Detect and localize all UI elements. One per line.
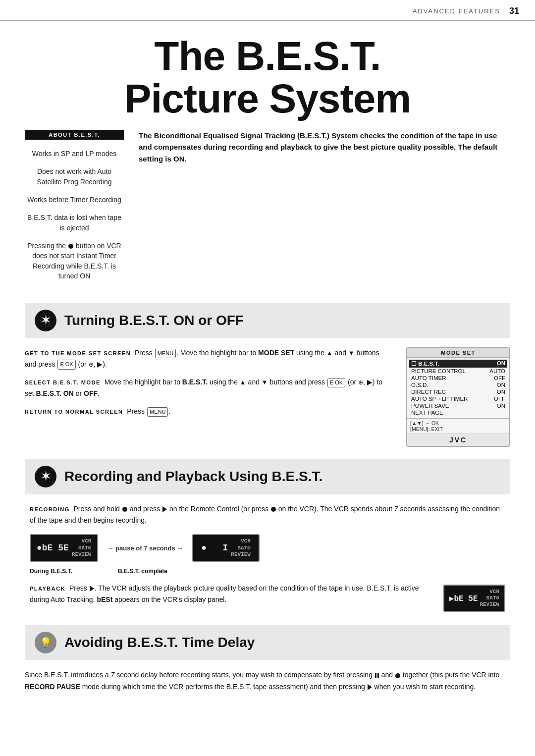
- mode-set-label: AUTO TIMER: [411, 375, 446, 381]
- sidebar-items: Works in SP and LP modes Does not work w…: [25, 149, 124, 281]
- mode-set-footer: [▲▼] → OK [MENU]: EXIT: [407, 418, 509, 433]
- recording-section: ✶ Recording and Playback Using B.E.S.T. …: [25, 459, 510, 612]
- sidebar-item: Does not work with Auto Satellite Prog R…: [25, 166, 124, 187]
- mode-set-rows: ☐ B.E.S.T. ON PICTURE CONTROL AUTO AUTO …: [407, 358, 509, 418]
- turning-content: GET TO THE MODE SET SCREEN Press MENU. M…: [25, 347, 510, 447]
- mode-set-row: O.S.D. ON: [411, 381, 505, 388]
- label-complete: B.E.S.T. complete: [118, 568, 167, 575]
- mode-set-row: AUTO SP→LP TIMER OFF: [411, 395, 505, 402]
- page-title: The B.E.S.T. Picture System: [30, 35, 505, 120]
- mode-set-label: O.S.D.: [411, 382, 428, 388]
- recording-label: RECORDING: [30, 506, 70, 512]
- play-icon2: [90, 586, 94, 592]
- playback-label: PLAYBACK: [30, 586, 65, 592]
- vcr-tags-complete: VCR SAT⊘ REVIEW: [231, 538, 251, 558]
- ok-button2: E OK: [327, 378, 345, 388]
- recording-body: RECORDING Press and hold and press on th…: [25, 503, 510, 612]
- down-arrow-icon: ▼: [348, 348, 355, 359]
- turning-title: Turning B.E.S.T. ON or OFF: [64, 313, 244, 328]
- pause-arrow-text: → pause of 7 seconds →: [107, 544, 183, 552]
- step3: RETURN TO NORMAL SCREEN Press MENU.: [25, 406, 391, 417]
- about-description: The Biconditional Equalised Signal Track…: [139, 130, 510, 289]
- playback-tags: VCR SAT⊘ REVIEW: [480, 589, 499, 608]
- step2: SELECT B.E.S.T. MODE Move the highlight …: [25, 377, 391, 399]
- label-during: During B.E.S.T.: [30, 568, 84, 575]
- mode-set-value: OFF: [494, 375, 505, 381]
- mode-set-label: POWER SAVE: [411, 403, 449, 409]
- sidebar-item: B.E.S.T. data is lost when tape is eject…: [25, 213, 124, 233]
- turning-icon: ✶: [35, 310, 56, 331]
- mode-set-row-best: ☐ B.E.S.T. ON: [409, 360, 507, 368]
- step3-text: Press MENU.: [127, 407, 170, 415]
- recording-section-header: ✶ Recording and Playback Using B.E.S.T.: [25, 459, 510, 494]
- playback-text: PLAYBACK Press . The VCR adjusts the pla…: [30, 583, 433, 605]
- step1-label: GET TO THE MODE SET SCREEN: [25, 350, 131, 356]
- record-dot-icon2: [271, 507, 276, 512]
- page-number: 31: [509, 6, 519, 16]
- avoiding-section: 💡 Avoiding B.E.S.T. Time Delay Since B.E…: [25, 625, 510, 693]
- mode-set-value: AUTO: [489, 368, 505, 374]
- playback-section: PLAYBACK Press . The VCR adjusts the pla…: [30, 583, 505, 612]
- page-title-block: The B.E.S.T. Picture System: [0, 21, 535, 130]
- avoiding-section-header: 💡 Avoiding B.E.S.T. Time Delay: [25, 625, 510, 660]
- sidebar-item: Pressing the button on VCR does not star…: [25, 241, 124, 281]
- menu-button: MENU: [155, 349, 176, 359]
- sidebar-item: Works in SP and LP modes: [25, 149, 124, 159]
- turning-section-header: ✶ Turning B.E.S.T. ON or OFF: [25, 303, 510, 338]
- avoiding-text: Since B.E.S.T. introduces a 7 second del…: [25, 669, 510, 693]
- record-dot-icon3: [395, 673, 400, 678]
- mode-set-value: OFF: [494, 396, 505, 402]
- mode-set-value: ON: [497, 382, 505, 388]
- play-icon: ▶: [97, 360, 103, 368]
- vcr-tags-during: VCR SAT⊘ REVIEW: [72, 538, 92, 558]
- step3-label: RETURN TO NORMAL SCREEN: [25, 409, 123, 415]
- page-content: ABOUT B.E.S.T. Works in SP and LP modes …: [0, 130, 535, 693]
- mode-set-value: ON: [497, 389, 505, 395]
- about-badge: ABOUT B.E.S.T.: [25, 130, 124, 140]
- section-label: ADVANCED FEATURES: [413, 7, 500, 15]
- mode-set-row: POWER SAVE ON: [411, 402, 505, 409]
- lightbulb-icon: 💡: [35, 632, 56, 653]
- about-sidebar: ABOUT B.E.S.T. Works in SP and LP modes …: [25, 130, 124, 289]
- avoiding-title: Avoiding B.E.S.T. Time Delay: [64, 635, 255, 650]
- mode-set-label: AUTO SP→LP TIMER: [411, 396, 468, 402]
- vcr-display-during: ●bE 5E VCR SAT⊘ REVIEW: [30, 534, 98, 562]
- menu-button2: MENU: [147, 407, 168, 417]
- record-dot-icon: [122, 507, 127, 512]
- mode-set-row: AUTO TIMER OFF: [411, 375, 505, 381]
- mode-set-row: DIRECT REC ON: [411, 388, 505, 395]
- pause-icon: [375, 673, 379, 678]
- mode-set-value: ON: [497, 360, 505, 367]
- up-arrow-icon: ▲: [326, 348, 333, 359]
- display-labels: During B.E.S.T. B.E.S.T. complete: [30, 568, 505, 575]
- mode-set-value: ON: [497, 403, 505, 409]
- mode-set-screen: MODE SET ☐ B.E.S.T. ON PICTURE CONTROL A…: [406, 347, 510, 447]
- page-header: ADVANCED FEATURES 31: [0, 0, 535, 21]
- mode-set-label: DIRECT REC: [411, 389, 446, 395]
- play-icon3: [368, 684, 372, 690]
- mode-set-label: NEXT PAGE: [411, 410, 443, 416]
- about-section: ABOUT B.E.S.T. Works in SP and LP modes …: [25, 130, 510, 289]
- step2-label: SELECT B.E.S.T. MODE: [25, 379, 101, 385]
- playback-display: ▶bE 5E VCR SAT⊘ REVIEW: [443, 585, 505, 612]
- sidebar-item: Works before Timer Recording: [25, 195, 124, 205]
- mode-set-label: ☐ B.E.S.T.: [411, 360, 439, 367]
- mode-set-title: MODE SET: [407, 348, 509, 358]
- play-icon: [162, 506, 167, 512]
- step1: GET TO THE MODE SET SCREEN Press MENU. M…: [25, 347, 391, 370]
- vcr-displays-row: ●bE 5E VCR SAT⊘ REVIEW → pause of 7 seco…: [30, 534, 505, 562]
- recording-title: Recording and Playback Using B.E.S.T.: [64, 469, 322, 485]
- jvc-logo: JVC: [407, 433, 509, 446]
- mode-set-row: NEXT PAGE: [411, 409, 505, 416]
- mode-set-label: PICTURE CONTROL: [411, 368, 466, 374]
- vcr-display-complete: ● I VCR SAT⊘ REVIEW: [192, 534, 260, 562]
- recording-icon: ✶: [35, 466, 56, 487]
- ok-button: E OK: [57, 360, 75, 370]
- recording-text: RECORDING Press and hold and press on th…: [30, 503, 505, 526]
- turning-text: GET TO THE MODE SET SCREEN Press MENU. M…: [25, 347, 391, 447]
- mode-set-row: PICTURE CONTROL AUTO: [411, 368, 505, 375]
